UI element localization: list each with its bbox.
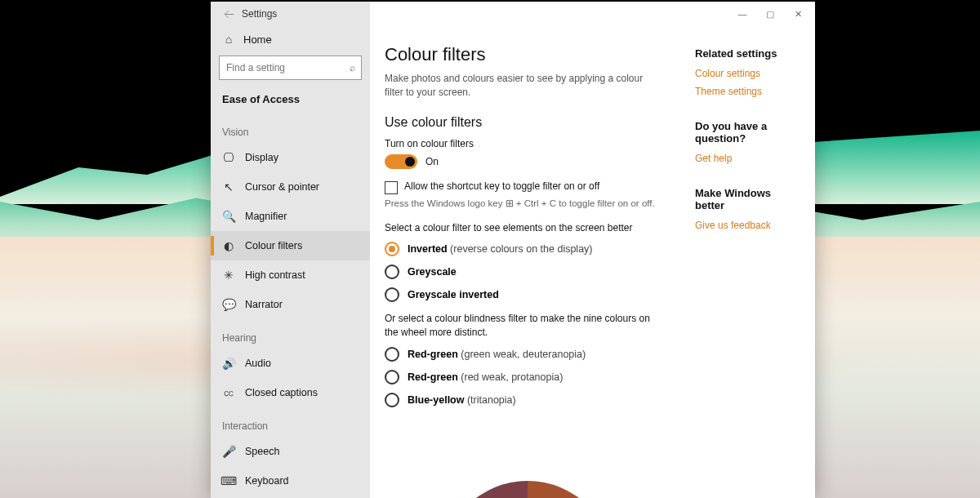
opt-by-paren: (tritanopia) bbox=[464, 394, 515, 406]
opt-rg2-bold: Red-green bbox=[408, 371, 458, 383]
narrator-icon: 💬 bbox=[222, 298, 235, 311]
select-filter-label: Select a colour filter to see elements o… bbox=[385, 222, 670, 233]
radio-icon bbox=[385, 393, 399, 407]
radio-icon bbox=[385, 347, 399, 362]
keyboard-icon: ⌨ bbox=[222, 474, 235, 487]
toggle-state: On bbox=[425, 156, 439, 167]
window-title: Settings bbox=[242, 8, 277, 20]
related-heading: Related settings bbox=[695, 47, 800, 60]
main-column: Colour filters Make photos and colours e… bbox=[385, 44, 670, 498]
opt-inverted-paren: (reverse colours on the display) bbox=[448, 243, 593, 255]
page-title: Colour filters bbox=[385, 44, 670, 65]
nav-speech[interactable]: 🎤 Speech bbox=[211, 437, 370, 466]
radio-greyscale[interactable]: Greyscale bbox=[385, 265, 670, 279]
nav-high-contrast-label: High contrast bbox=[245, 269, 305, 281]
nav-audio-label: Audio bbox=[245, 358, 271, 369]
toggle-label: Turn on colour filters bbox=[385, 138, 670, 149]
sidebar: ⌂ Home ⌕ Ease of Access Vision 🖵 Display… bbox=[211, 2, 370, 498]
nav-cursor-label: Cursor & pointer bbox=[245, 181, 319, 193]
titlebar: 🡠 Settings — ▢ ✕ bbox=[211, 2, 815, 26]
colour-filters-toggle[interactable] bbox=[385, 154, 417, 169]
or-select-label: Or select a colour blindness filter to m… bbox=[385, 312, 654, 340]
question-heading: Do you have a question? bbox=[695, 120, 800, 145]
nav-magnifier-label: Magnifier bbox=[245, 211, 287, 222]
audio-icon: 🔊 bbox=[222, 357, 235, 370]
nav-narrator[interactable]: 💬 Narrator bbox=[211, 290, 370, 319]
cursor-icon: ↖ bbox=[222, 180, 235, 193]
mic-icon: 🎤 bbox=[222, 445, 235, 458]
link-theme-settings[interactable]: Theme settings bbox=[695, 86, 800, 97]
colour-wheel bbox=[442, 481, 613, 498]
close-button[interactable]: ✕ bbox=[784, 2, 812, 26]
link-get-help[interactable]: Get help bbox=[695, 153, 800, 164]
nav-cc-label: Closed captions bbox=[245, 387, 318, 398]
opt-rg1-bold: Red-green bbox=[408, 349, 458, 360]
nav-colour-filters[interactable]: ◐ Colour filters bbox=[211, 231, 370, 260]
radio-tritanopia[interactable]: Blue-yellow (tritanopia) bbox=[385, 393, 670, 407]
section-hearing: Hearing bbox=[211, 319, 370, 349]
opt-rg1-paren: (green weak, deuteranopia) bbox=[458, 349, 586, 360]
radio-icon bbox=[385, 370, 399, 385]
radio-deuteranopia[interactable]: Red-green (green weak, deuteranopia) bbox=[385, 347, 670, 362]
colour-filters-icon: ◐ bbox=[222, 239, 235, 252]
nav-audio[interactable]: 🔊 Audio bbox=[211, 349, 370, 378]
high-contrast-icon: ✳ bbox=[222, 269, 235, 282]
cc-icon: ㏄ bbox=[222, 386, 235, 399]
link-feedback[interactable]: Give us feedback bbox=[695, 220, 800, 231]
radio-icon bbox=[385, 287, 399, 302]
use-filters-heading: Use colour filters bbox=[385, 115, 670, 130]
nav-closed-captions[interactable]: ㏄ Closed captions bbox=[211, 378, 370, 407]
shortcut-checkbox[interactable] bbox=[385, 181, 398, 194]
shortcut-label: Allow the shortcut key to toggle filter … bbox=[404, 180, 599, 192]
nav-colour-filters-label: Colour filters bbox=[245, 240, 302, 251]
nav-cursor[interactable]: ↖ Cursor & pointer bbox=[211, 172, 370, 202]
nav-high-contrast[interactable]: ✳ High contrast bbox=[211, 260, 370, 290]
section-vision: Vision bbox=[211, 113, 370, 143]
nav-keyboard-label: Keyboard bbox=[245, 475, 289, 487]
home-icon: ⌂ bbox=[222, 33, 235, 46]
nav-display-label: Display bbox=[245, 152, 278, 163]
display-icon: 🖵 bbox=[222, 151, 235, 164]
category-label: Ease of Access bbox=[211, 87, 370, 113]
section-interaction: Interaction bbox=[211, 407, 370, 437]
content-area: Colour filters Make photos and colours e… bbox=[370, 2, 815, 498]
maximize-button[interactable]: ▢ bbox=[756, 2, 784, 26]
link-colour-settings[interactable]: Colour settings bbox=[695, 68, 800, 79]
radio-protanopia[interactable]: Red-green (red weak, protanopia) bbox=[385, 370, 670, 385]
radio-icon bbox=[385, 265, 399, 279]
nav-magnifier[interactable]: 🔍 Magnifier bbox=[211, 202, 370, 231]
opt-inverted-bold: Inverted bbox=[408, 243, 448, 255]
home-label: Home bbox=[243, 33, 272, 46]
opt-by-bold: Blue-yellow bbox=[408, 394, 464, 406]
better-heading: Make Windows better bbox=[695, 187, 800, 211]
shortcut-hint: Press the Windows logo key ⊞ + Ctrl + C … bbox=[385, 198, 670, 209]
nav-display[interactable]: 🖵 Display bbox=[211, 143, 370, 172]
radio-icon bbox=[385, 242, 399, 256]
radio-inverted[interactable]: Inverted (reverse colours on the display… bbox=[385, 242, 670, 256]
back-button[interactable]: 🡠 bbox=[217, 8, 240, 20]
nav-keyboard[interactable]: ⌨ Keyboard bbox=[211, 466, 370, 496]
magnifier-icon: 🔍 bbox=[222, 210, 235, 223]
sidebar-home[interactable]: ⌂ Home bbox=[211, 26, 370, 52]
nav-speech-label: Speech bbox=[245, 446, 279, 457]
minimize-button[interactable]: — bbox=[728, 2, 756, 26]
opt-grey-inv: Greyscale inverted bbox=[408, 289, 499, 300]
settings-window: 🡠 Settings — ▢ ✕ ⌂ Home ⌕ Ease of Access… bbox=[211, 2, 815, 498]
search-input[interactable] bbox=[219, 56, 362, 80]
search-icon: ⌕ bbox=[350, 62, 355, 73]
side-column: Related settings Colour settings Theme s… bbox=[695, 44, 800, 498]
opt-grey: Greyscale bbox=[408, 266, 457, 278]
nav-narrator-label: Narrator bbox=[245, 299, 283, 310]
page-subtitle: Make photos and colours easier to see by… bbox=[385, 72, 646, 100]
opt-rg2-paren: (red weak, protanopia) bbox=[458, 371, 564, 383]
radio-greyscale-inverted[interactable]: Greyscale inverted bbox=[385, 287, 670, 302]
